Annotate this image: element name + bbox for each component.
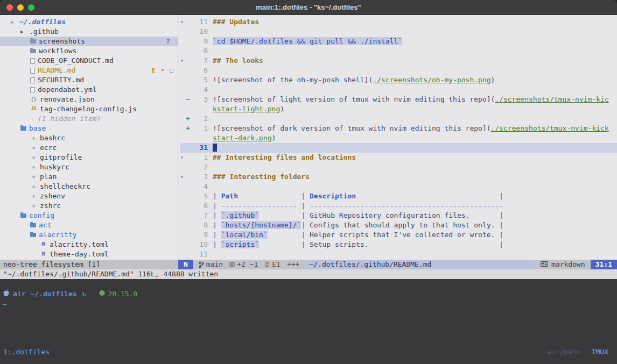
close-button[interactable] [6, 4, 13, 11]
git-branch-name: main [206, 260, 223, 269]
text-segment: | [213, 231, 221, 239]
filetype-label: markdown [551, 260, 585, 269]
fold-indicator-icon[interactable]: ▾ [180, 172, 186, 182]
prompt-path: ~/.dotfiles [30, 289, 76, 299]
tree-item[interactable]: dependabot.yml [0, 85, 178, 95]
neo-tree-statusline: neo-tree filesystem [1] [0, 260, 178, 269]
window-title: main:1:.dotfiles - "ks~/.dotfiles" [256, 3, 361, 11]
buffer-line[interactable]: 5| Path | Description | [180, 191, 617, 201]
text-segment: | [495, 221, 503, 229]
buffer-line[interactable]: 2 [180, 162, 617, 172]
buffer-line[interactable]: +1![screenshot of dark version of tmux w… [180, 124, 617, 143]
git-sign [186, 46, 193, 56]
text-segment: | [213, 192, 221, 200]
shell-icon: ∗ [30, 133, 37, 143]
text-segment: ![screenshot of dark version of tmux wit… [213, 124, 491, 132]
tree-item-label: workflows [39, 46, 76, 56]
tree-item[interactable]: (1 hidden item) [0, 114, 178, 124]
buffer-line[interactable]: 6 [180, 66, 617, 75]
git-sign [186, 249, 193, 259]
tree-item[interactable]: ▶.github [0, 27, 178, 37]
buffer-line[interactable]: 10 [180, 27, 617, 37]
tree-item[interactable]: {}renovate.json [0, 95, 178, 104]
tree-item[interactable]: ∗ecrc [0, 143, 178, 153]
diagnostics: E1 [264, 260, 281, 269]
tree-item[interactable]: ∗plan [0, 172, 178, 182]
buffer-line[interactable]: 4 [180, 85, 617, 95]
tree-item[interactable]: ∗bashrc [0, 133, 178, 143]
statusline-filepath: ~/.dotfiles/.github/README.md [305, 260, 535, 269]
buffer-line[interactable]: 9| `local/bin` | Helper scripts that I'v… [180, 230, 617, 240]
tree-item[interactable]: Malacritty.toml [0, 240, 178, 249]
tree-item[interactable]: act [0, 220, 178, 230]
json-icon: {} [30, 95, 37, 104]
git-sign [186, 17, 193, 27]
tree-item[interactable]: README.mdE• [0, 66, 178, 75]
buffer-line[interactable]: 5![screenshot of the oh-my-posh shell](.… [180, 75, 617, 85]
tree-item[interactable]: JStag-changelog-config.js [0, 104, 178, 114]
buffer-line[interactable]: ~3![screenshot of light version of tmux … [180, 95, 617, 114]
text-segment: `cd $HOME/.dotfiles && git pull && ./ins… [213, 37, 402, 45]
minimize-button[interactable] [17, 4, 24, 11]
tree-item[interactable]: ∗shellcheckrc [0, 182, 178, 191]
folder-icon [30, 39, 36, 44]
tree-item[interactable]: ∗zshrc [0, 201, 178, 211]
tree-item[interactable]: Mtheme-day.toml [0, 249, 178, 259]
tree-item[interactable]: ∗gitprofile [0, 153, 178, 162]
shell-prompt: air ~/.dotfiles ↻ 20.15.0 [0, 289, 617, 299]
tree-item[interactable]: config [0, 211, 178, 220]
line-text [213, 85, 609, 95]
zoom-button[interactable] [28, 4, 34, 11]
buffer-line[interactable]: 11 [180, 249, 617, 259]
tree-item[interactable]: screenshots? [0, 37, 178, 46]
traffic-lights [6, 4, 34, 11]
tree-item[interactable]: SECURITY.md [0, 75, 178, 85]
line-text: ### Updates [213, 17, 609, 27]
git-sign [186, 66, 193, 75]
buffer-line[interactable]: 10| `scripts` | Setup scripts. | [180, 240, 617, 249]
tree-item[interactable]: ∗huskyrc [0, 162, 178, 172]
fold-indicator-icon[interactable]: ▾ [180, 153, 186, 162]
statusline-info: main +2 ~1 E1 +++ [193, 260, 305, 269]
line-text: ## Interesting files and locations [213, 153, 609, 162]
text-segment: | [301, 221, 310, 229]
diagnostics-count: E1 [272, 260, 281, 269]
buffer-line[interactable]: 31 [180, 143, 617, 153]
fold-indicator-icon[interactable]: ▾ [180, 56, 186, 66]
text-segment: Description [310, 192, 356, 200]
tmux-window-tab[interactable]: 1:.dotfiles [3, 347, 50, 357]
buffer-line[interactable]: 8| `hosts/{hostname}/`| Configs that sho… [180, 220, 617, 230]
fold-column [180, 124, 186, 143]
tree-item-label: alacritty.toml [50, 240, 109, 249]
buffer-line[interactable]: ▾11### Updates [180, 17, 617, 27]
buffer-line[interactable]: 9`cd $HOME/.dotfiles && git pull && ./in… [180, 37, 617, 46]
buffer-line[interactable]: ▾3### Interesting folders [180, 172, 617, 182]
fold-column [180, 66, 186, 75]
text-segment: | [369, 240, 503, 248]
neo-tree-list: ▶~/.dotfiles▶.githubscreenshots?workflow… [0, 15, 178, 260]
fold-column [180, 249, 186, 259]
expander-icon[interactable]: ▶ [11, 17, 17, 27]
buffer-line[interactable]: 4 [180, 182, 617, 191]
buffer-line[interactable]: +2 [180, 114, 617, 124]
buffer-line[interactable]: 8 [180, 46, 617, 56]
buffer-line[interactable]: ▾1## Interesting files and locations [180, 153, 617, 162]
text-segment: ) [280, 105, 284, 113]
tree-item[interactable]: ∗zshenv [0, 191, 178, 201]
file-icon [30, 58, 35, 64]
tree-item[interactable]: alacritty [0, 230, 178, 240]
statusline-extra-text: +++ [287, 260, 299, 269]
tree-item[interactable]: CODE_OF_CONDUCT.md [0, 56, 178, 66]
fold-indicator-icon[interactable]: ▾ [180, 17, 186, 27]
tree-item[interactable]: workflows [0, 46, 178, 56]
buffer-line[interactable]: ▾7## The looks [180, 56, 617, 66]
buffer-line[interactable]: 7| `.github` | GitHub Repository configu… [180, 211, 617, 220]
tree-item[interactable]: base [0, 124, 178, 133]
tree-item-label: alacritty [39, 230, 76, 240]
tree-item[interactable]: ▶~/.dotfiles [0, 17, 178, 27]
buffer-line[interactable]: 6| ------------------ | ----------------… [180, 201, 617, 211]
tree-item-label: .github [29, 27, 59, 37]
fold-column [180, 182, 186, 191]
expander-icon[interactable]: ▶ [20, 27, 26, 37]
line-text: | ------------------ | -----------------… [213, 201, 609, 211]
